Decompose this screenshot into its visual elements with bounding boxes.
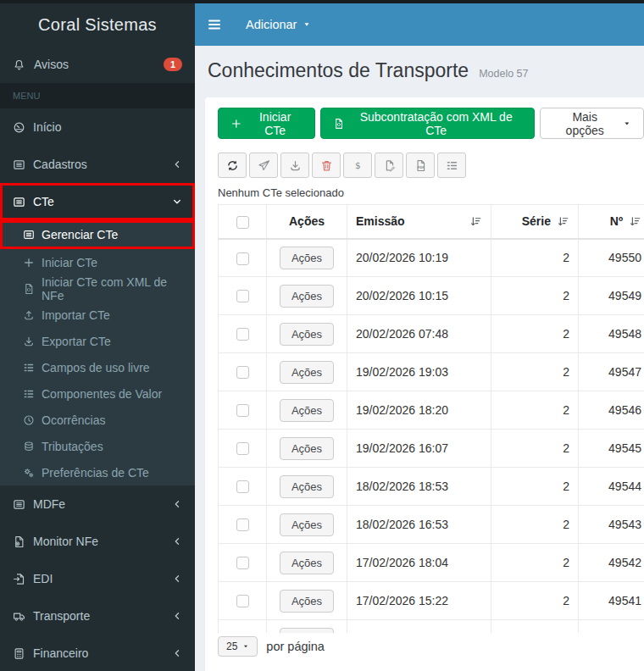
row-checkbox[interactable] (236, 518, 249, 531)
column-header-acoes: Ações (267, 205, 347, 239)
table-head: AçõesEmissãoSérieNº (219, 205, 644, 239)
chevron-left-icon (172, 611, 182, 621)
sidebar-item-cadastros[interactable]: Cadastros (0, 146, 195, 183)
sidebar-item-componentes-de-valor[interactable]: Componentes de Valor (0, 380, 195, 407)
content-box: Iniciar CTe Subcontratação com XML de CT… (205, 97, 644, 671)
delete-button[interactable] (312, 152, 341, 178)
row-checkbox[interactable] (236, 404, 249, 417)
edit-document-button[interactable] (375, 152, 403, 178)
row-actions-cell: Ações (267, 544, 347, 582)
serie-cell: 2 (491, 430, 579, 468)
page-subtitle: Modelo 57 (479, 68, 528, 80)
row-acoes-button[interactable]: Ações (280, 552, 334, 574)
select-all-checkbox[interactable] (236, 216, 249, 229)
column-header-s-rie[interactable]: Série (491, 205, 579, 239)
sidebar-item-label: Ocorrências (42, 413, 105, 427)
sidebar-item-tributacoes[interactable]: Tributações (0, 433, 195, 459)
row-checkbox[interactable] (236, 442, 249, 455)
list-alt-icon (13, 498, 25, 511)
row-checkbox[interactable] (236, 595, 249, 607)
subcontratacao-xml-cte-button[interactable]: Subcontratação com XML de CTe (320, 108, 535, 139)
sidebar-item-financeiro[interactable]: Financeiro (0, 635, 195, 671)
sidebar-item-label: Componentes de Valor (42, 387, 162, 401)
emissao-cell (347, 620, 491, 634)
serie-cell: 2 (491, 391, 579, 430)
sidebar-item-transporte[interactable]: Transporte (0, 597, 195, 635)
row-actions-cell: Ações (267, 506, 347, 544)
row-acoes-button[interactable]: Ações (280, 628, 334, 634)
row-checkbox[interactable] (236, 290, 249, 302)
truck-icon (13, 610, 25, 623)
sidebar-item-mdfe[interactable]: MDFe (0, 485, 195, 523)
row-acoes-button[interactable]: Ações (280, 590, 334, 613)
row-checkbox[interactable] (236, 366, 249, 379)
bell-icon (13, 58, 25, 71)
mais-opcoes-label: Mais opções (552, 110, 617, 137)
row-checkbox[interactable] (236, 480, 249, 493)
sidebar-item-label: Iniciar CTe com XML de NFe (42, 275, 182, 302)
sidebar-item-avisos[interactable]: Avisos 1 (0, 46, 195, 83)
iniciar-cte-button[interactable]: Iniciar CTe (218, 108, 315, 139)
row-acoes-button[interactable]: Ações (280, 437, 334, 460)
main-area: Adicionar Conhecimentos de Transporte Mo… (195, 3, 644, 671)
table-row: Ações19/02/2026 19:03249547 (219, 353, 644, 391)
row-checkbox-cell (219, 353, 267, 391)
tachometer-icon (13, 121, 25, 134)
row-checkbox[interactable] (236, 328, 249, 341)
row-acoes-button[interactable]: Ações (280, 285, 334, 308)
table-row: Ações17/02/2026 18:04249542 (219, 544, 644, 582)
row-acoes-button[interactable]: Ações (280, 399, 334, 422)
toolbar (218, 152, 644, 178)
th-list-icon (446, 159, 458, 172)
sidebar-toggle-button[interactable] (195, 3, 234, 46)
page-size-select[interactable]: 25 (218, 636, 258, 657)
pdf-button[interactable] (406, 152, 435, 178)
column-header-emiss-o[interactable]: Emissão (347, 205, 491, 239)
mais-opcoes-button[interactable]: Mais opções (540, 108, 644, 139)
table-row: Ações19/02/2026 16:07249545 (219, 430, 644, 468)
chevron-left-icon (172, 574, 182, 584)
sidebar-item-gerenciar-cte[interactable]: Gerenciar CTe (0, 220, 195, 249)
sidebar-item-iniciar-cte-com-xml-de-nfe[interactable]: Iniciar CTe com XML de NFe (0, 275, 195, 302)
sort-icon (629, 215, 641, 228)
download-icon (23, 336, 35, 347)
chevron-left-icon (172, 648, 182, 658)
sidebar-item-label: CTe (33, 195, 54, 208)
file-plus-icon (13, 535, 25, 548)
refresh-button[interactable] (218, 152, 247, 178)
page-header: Conhecimentos de Transporte Modelo 57 (195, 46, 644, 87)
row-acoes-button[interactable]: Ações (280, 247, 334, 269)
row-acoes-button[interactable]: Ações (280, 513, 334, 536)
sidebar-item-inicio[interactable]: Início (0, 108, 195, 146)
row-checkbox[interactable] (236, 252, 249, 265)
download-button[interactable] (280, 152, 309, 178)
row-checkbox-cell (219, 391, 267, 430)
adicionar-menu[interactable]: Adicionar (234, 3, 323, 46)
row-checkbox[interactable] (236, 557, 249, 569)
sidebar-item-ocorrencias[interactable]: Ocorrências (0, 407, 195, 433)
sidebar-item-monitor-nfe[interactable]: Monitor NFe (0, 523, 195, 560)
file-code-icon (333, 118, 345, 130)
numero-cell: 49548 (579, 315, 644, 353)
emissao-cell: 20/02/2026 10:19 (347, 239, 491, 277)
row-acoes-button[interactable]: Ações (280, 475, 334, 498)
calculator-icon (13, 647, 25, 660)
sidebar-item-edi[interactable]: EDI (0, 560, 195, 597)
list-alt-icon (23, 229, 35, 241)
row-acoes-button[interactable]: Ações (280, 323, 334, 346)
send-button[interactable] (249, 152, 278, 178)
chevron-left-icon (172, 536, 182, 546)
column-header-n-[interactable]: Nº (579, 205, 644, 239)
sort-icon (557, 215, 569, 228)
sidebar-item-iniciar-cte[interactable]: Iniciar CTe (0, 249, 195, 275)
sidebar-item-cte[interactable]: CTe (0, 183, 195, 220)
sidebar-item-preferencias-de-cte[interactable]: Preferências de CTe (0, 459, 195, 485)
billing-button[interactable] (343, 152, 372, 178)
sidebar-item-importar-cte[interactable]: Importar CTe (0, 302, 195, 328)
sidebar-item-campos-de-uso-livre[interactable]: Campos de uso livre (0, 354, 195, 380)
row-actions-cell: Ações (267, 620, 347, 634)
row-acoes-button[interactable]: Ações (280, 361, 334, 384)
sidebar-item-exportar-cte[interactable]: Exportar CTe (0, 328, 195, 354)
emissao-cell: 19/02/2026 18:20 (347, 391, 491, 430)
list-button[interactable] (437, 152, 466, 178)
